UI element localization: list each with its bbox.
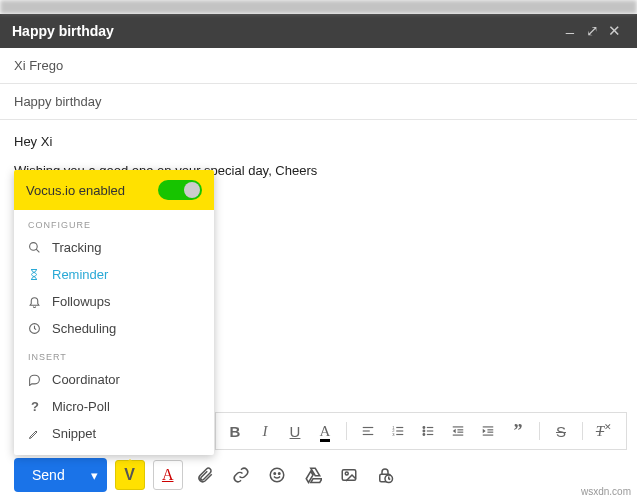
toolbar-divider xyxy=(346,422,347,440)
emoji-icon[interactable] xyxy=(263,461,291,489)
vocus-item-label: Tracking xyxy=(52,240,101,255)
indent-more-button[interactable] xyxy=(475,418,501,444)
vocus-section-insert: INSERT xyxy=(14,342,214,366)
vocus-item-scheduling[interactable]: Scheduling xyxy=(14,315,214,342)
vocus-icon[interactable]: V xyxy=(115,460,145,490)
attach-icon[interactable] xyxy=(191,461,219,489)
svg-marker-22 xyxy=(453,429,456,434)
svg-point-28 xyxy=(270,468,284,482)
vocus-header-label: Vocus.io enabled xyxy=(26,183,125,198)
window-title: Happy birthday xyxy=(12,23,559,39)
toolbar-divider xyxy=(582,422,583,440)
numbered-list-button[interactable]: 123 xyxy=(385,418,411,444)
bell-icon xyxy=(28,295,42,308)
body-greeting: Hey Xi xyxy=(14,130,623,153)
toolbar-divider xyxy=(539,422,540,440)
vocus-item-label: Coordinator xyxy=(52,372,120,387)
send-button[interactable]: Send xyxy=(14,458,83,492)
clock-icon xyxy=(28,322,42,335)
vocus-item-reminder[interactable]: Reminder xyxy=(14,261,214,288)
vocus-item-label: Snippet xyxy=(52,426,96,441)
indent-less-button[interactable] xyxy=(445,418,471,444)
vocus-item-tracking[interactable]: Tracking xyxy=(14,234,214,261)
strikethrough-button[interactable]: S xyxy=(548,418,574,444)
svg-point-32 xyxy=(345,472,348,475)
quote-button[interactable]: ” xyxy=(505,418,531,444)
close-button[interactable]: ✕ xyxy=(603,22,625,40)
question-icon: ? xyxy=(28,399,42,414)
vocus-panel: Vocus.io enabled CONFIGURE Tracking Remi… xyxy=(14,170,214,455)
chat-icon xyxy=(28,373,42,386)
vocus-item-coordinator[interactable]: Coordinator xyxy=(14,366,214,393)
svg-point-29 xyxy=(274,473,276,475)
align-button[interactable] xyxy=(355,418,381,444)
vocus-item-label: Reminder xyxy=(52,267,108,282)
vocus-section-configure: CONFIGURE xyxy=(14,210,214,234)
vocus-item-followups[interactable]: Followups xyxy=(14,288,214,315)
svg-point-0 xyxy=(30,243,38,251)
pencil-icon xyxy=(28,428,42,440)
send-more-button[interactable]: ▾ xyxy=(83,458,107,492)
italic-button[interactable]: I xyxy=(252,418,278,444)
popout-button[interactable]: ⤢ xyxy=(581,22,603,40)
svg-point-13 xyxy=(423,430,425,432)
svg-marker-27 xyxy=(483,429,486,434)
hourglass-icon xyxy=(28,268,42,281)
clear-format-button[interactable]: T✕ xyxy=(591,418,617,444)
subject-field[interactable]: Happy birthday xyxy=(0,84,637,120)
to-field[interactable]: Xi Frego xyxy=(0,48,637,84)
link-icon[interactable] xyxy=(227,461,255,489)
vocus-item-label: Followups xyxy=(52,294,111,309)
bullet-list-button[interactable] xyxy=(415,418,441,444)
underline-button[interactable]: U xyxy=(282,418,308,444)
lock-timer-icon[interactable] xyxy=(371,461,399,489)
vocus-header: Vocus.io enabled xyxy=(14,170,214,210)
text-color-button[interactable]: A xyxy=(312,418,338,444)
svg-text:3: 3 xyxy=(392,432,395,437)
minimize-button[interactable]: – xyxy=(559,23,581,40)
compose-titlebar: Happy birthday – ⤢ ✕ xyxy=(0,14,637,48)
svg-line-1 xyxy=(36,249,39,252)
watermark: wsxdn.com xyxy=(581,486,631,497)
svg-point-30 xyxy=(278,473,280,475)
search-icon xyxy=(28,241,42,254)
vocus-item-label: Scheduling xyxy=(52,321,116,336)
vocus-item-label: Micro-Poll xyxy=(52,399,110,414)
font-icon[interactable]: A xyxy=(153,460,183,490)
drive-icon[interactable] xyxy=(299,461,327,489)
bold-button[interactable]: B xyxy=(222,418,248,444)
svg-point-12 xyxy=(423,427,425,429)
bottom-bar: Send ▾ V A xyxy=(0,450,637,500)
vocus-toggle[interactable] xyxy=(158,180,202,200)
svg-point-14 xyxy=(423,434,425,436)
photo-icon[interactable] xyxy=(335,461,363,489)
format-toolbar: B I U A 123 ” S T✕ xyxy=(215,412,627,450)
vocus-item-snippet[interactable]: Snippet xyxy=(14,420,214,447)
vocus-item-micropoll[interactable]: ? Micro-Poll xyxy=(14,393,214,420)
